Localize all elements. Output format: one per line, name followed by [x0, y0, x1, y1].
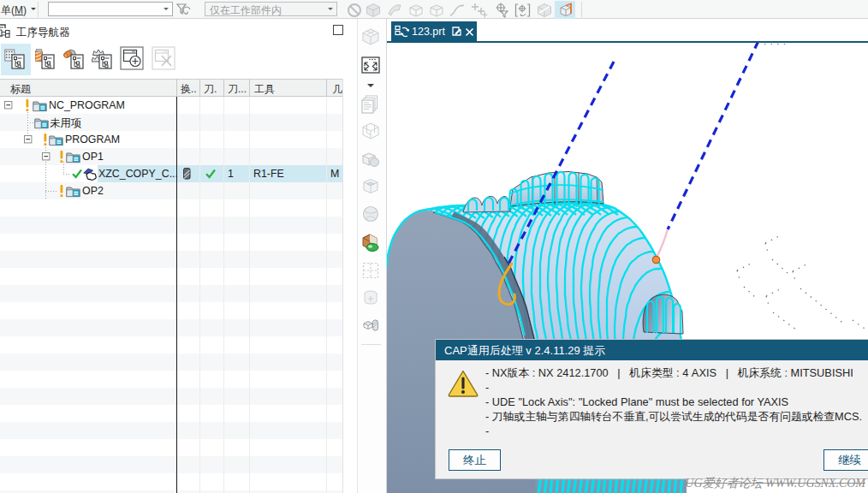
no-selection-filter-icon[interactable]	[347, 3, 362, 18]
tab-label: 123.prt	[412, 26, 445, 38]
tree-connector	[63, 174, 70, 175]
top-toolbar: 单(M)仅在工作部件内	[0, 0, 868, 19]
tree-expander-icon[interactable]	[42, 152, 51, 161]
toolbar-separator	[38, 2, 39, 17]
column-header: 工具	[254, 82, 275, 97]
move-component-icon[interactable]	[360, 315, 381, 336]
tree-connector	[45, 162, 46, 199]
true-shading-icon[interactable]	[360, 231, 381, 252]
cube-sphere-icon[interactable]	[360, 149, 381, 169]
selection-filter-icon[interactable]	[175, 3, 193, 18]
column-gridline	[199, 97, 200, 493]
dialog-message-line: - NX版本 : NX 2412.1700 | 机床类型 : 4 AXIS | …	[485, 365, 868, 380]
unused-items-folder-icon	[34, 116, 49, 129]
continue-button[interactable]: 继续	[823, 449, 868, 471]
column-separator	[176, 79, 177, 97]
tree-node-label[interactable]: OP2	[82, 185, 104, 197]
column-header: 标题	[10, 82, 31, 97]
machine-tool-view-icon[interactable]	[34, 49, 55, 69]
navigator-column-header[interactable]: 标题换..刀.刀...工具几	[0, 79, 342, 97]
face-icon[interactable]	[387, 3, 402, 18]
close-window-icon[interactable]	[152, 46, 175, 70]
start-point-marker	[652, 256, 659, 263]
column-separator	[199, 79, 200, 97]
dialog-title-bar[interactable]: CAP通用后处理 v 2.4.11.29 提示	[436, 340, 868, 360]
cube-in-cube-icon[interactable]	[360, 176, 381, 197]
navigator-panel-icon	[0, 23, 13, 38]
tree-expander-icon[interactable]	[4, 101, 13, 110]
curve-icon[interactable]	[449, 3, 466, 18]
column-gridline	[326, 97, 327, 493]
rapid-move-path	[657, 229, 669, 258]
snap-point-icon[interactable]	[494, 3, 511, 18]
column-keyline	[176, 97, 177, 493]
shaded-sphere-icon[interactable]	[360, 204, 381, 224]
column-separator	[326, 79, 327, 97]
tool-change-icon	[183, 168, 191, 180]
point-icon[interactable]	[470, 3, 489, 18]
selection-scope-combo[interactable]: 仅在工作部件内	[205, 2, 337, 16]
fit-window-icon[interactable]	[360, 55, 381, 75]
alert-icon	[26, 99, 29, 112]
cell-ok-icon	[205, 169, 216, 179]
open-window-icon[interactable]	[120, 46, 144, 70]
dialog-title: CAP通用后处理 v 2.4.11.29 提示	[444, 343, 605, 359]
tree-node-label[interactable]: NC_PROGRAM	[49, 99, 125, 111]
panel-float-button[interactable]	[333, 25, 343, 35]
dialog-message-line: - UDE "Lock Axis": "Locked Plane" must b…	[485, 395, 868, 409]
dialog-message-line: -	[485, 424, 868, 438]
tree-connector	[45, 191, 56, 192]
wcs-orient-icon[interactable]	[557, 3, 573, 18]
wireframe-cube-icon[interactable]	[360, 122, 381, 142]
part-tab-strip: 123.prt	[387, 19, 868, 43]
combo-arrow-icon	[163, 8, 169, 13]
operation-icon	[83, 168, 98, 181]
isometric-view-icon[interactable]	[360, 27, 381, 48]
combo-arrow-icon	[328, 8, 333, 13]
edge-box-icon[interactable]	[429, 3, 444, 18]
column-header: 换..	[181, 82, 197, 97]
column-separator	[223, 79, 224, 97]
navigator-tree[interactable]	[0, 97, 342, 493]
tree-node-label[interactable]: 未用项	[50, 116, 81, 131]
tree-node-label[interactable]: OP1	[82, 151, 104, 163]
panel-edge	[342, 79, 343, 493]
column-header: 刀.	[204, 82, 217, 97]
program-order-view-icon[interactable]	[4, 49, 25, 69]
grid-window-icon[interactable]	[360, 260, 381, 281]
column-separator	[249, 79, 250, 97]
column-header: 刀...	[228, 82, 247, 97]
body-box-icon[interactable]	[408, 3, 424, 18]
part-tab[interactable]: 123.prt	[391, 21, 477, 41]
program-group-folder-icon	[49, 134, 63, 146]
strip-dropdown-arrow[interactable]	[367, 84, 374, 91]
tab-sync-icon	[395, 25, 409, 39]
post-processor-dialog: CAP通用后处理 v 2.4.11.29 提示- NX版本 : NX 2412.…	[435, 339, 868, 479]
menu-caret-icon	[31, 8, 36, 13]
program-group-folder-icon	[33, 99, 47, 112]
operation-navigator-panel: 工序导航器标题换..刀.刀...工具几NC_PROGRAM未用项PROGRAMO…	[0, 19, 357, 493]
tool-number-cell: 1	[228, 168, 234, 180]
nx-application-window: {"app":{"accent_color":"#14587a","toolpa…	[0, 0, 868, 493]
tab-modified-icon	[451, 26, 462, 38]
tab-close-icon[interactable]	[465, 27, 474, 37]
layout-sheets-icon[interactable]	[360, 94, 381, 115]
handle-move-icon[interactable]	[514, 3, 532, 18]
command-finder-combo[interactable]	[48, 2, 173, 16]
toolpath-ok-icon	[72, 169, 82, 179]
menu-button[interactable]: 单(M)	[1, 3, 36, 18]
toolbar-separator	[581, 2, 582, 17]
tree-node-label[interactable]: PROGRAM	[65, 134, 120, 146]
tree-connector	[27, 122, 33, 123]
solid-body-icon[interactable]	[366, 3, 381, 18]
section-box-icon[interactable]	[537, 3, 552, 18]
navigator-title: 工序导航器	[16, 26, 70, 40]
abort-button[interactable]: 终止	[449, 449, 501, 471]
machining-method-view-icon[interactable]	[92, 49, 112, 69]
tree-connector	[63, 162, 64, 174]
dialog-message-line: -	[485, 380, 868, 395]
cylinder-icon[interactable]	[360, 288, 381, 308]
tree-expander-icon[interactable]	[24, 135, 33, 144]
tree-node-label[interactable]: XZC_COPY_C...	[98, 168, 178, 180]
geometry-view-icon[interactable]	[63, 49, 84, 69]
